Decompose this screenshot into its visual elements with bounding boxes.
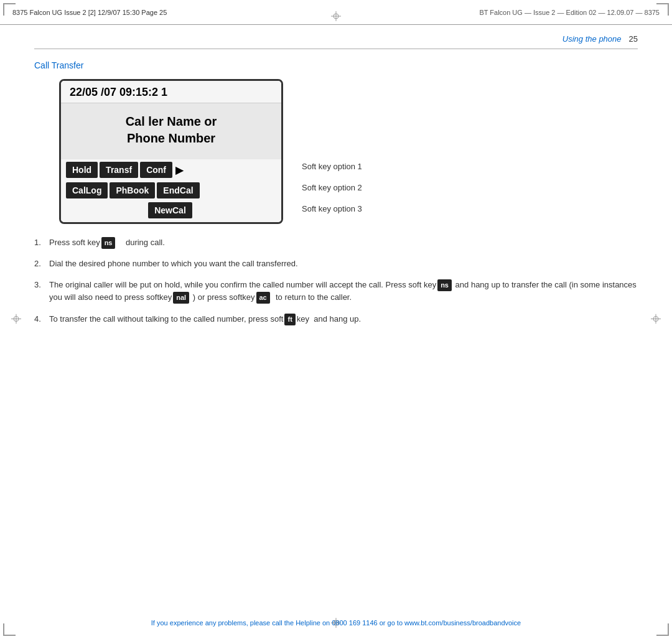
softkey-hold[interactable]: Hold	[66, 162, 98, 178]
instruction-item-4: 4. To transfer the call without talking …	[34, 313, 638, 325]
instruction-text-3: The original caller will be put on hold,…	[49, 279, 638, 304]
top-header: 8375 Falcon UG Issue 2 [2] 12/9/07 15:30…	[0, 0, 672, 25]
softkey-newcal[interactable]: NewCal	[148, 202, 192, 218]
instruction-number-4: 4.	[34, 313, 49, 325]
instruction-number-3: 3.	[34, 279, 49, 304]
corner-mark-bl	[3, 623, 16, 636]
corner-mark-br	[656, 623, 669, 636]
instruction-item-3: 3. The original caller will be put on ho…	[34, 279, 638, 304]
phone-screen-container: 22/05 /07 09:15:2 1 Cal ler Name or Phon…	[59, 79, 283, 224]
softkey-callog[interactable]: CalLog	[66, 182, 108, 198]
left-crosshair	[11, 314, 21, 325]
screen-caller-info: Cal ler Name or Phone Number	[61, 103, 281, 159]
page-header: Using the phone 25	[34, 34, 638, 49]
caller-name-line1: Cal ler Name or	[126, 114, 217, 129]
softkey-inline-ns-2: ns	[437, 279, 452, 291]
phone-display-area: 22/05 /07 09:15:2 1 Cal ler Name or Phon…	[59, 79, 638, 224]
page-title: Using the phone	[562, 34, 622, 44]
instruction-item-2: 2. Dial the desired phone number to whic…	[34, 258, 638, 270]
instruction-number-1: 1.	[34, 236, 49, 249]
softkey-conf[interactable]: Conf	[140, 162, 172, 178]
softkey-labels: Soft key option 1 Soft key option 2 Soft…	[302, 79, 362, 224]
page-footer: If you experience any problems, please c…	[34, 619, 638, 627]
instructions-list: 1. Press soft keyns during call. 2. Dial…	[34, 236, 638, 325]
instruction-text-1: Press soft keyns during call.	[49, 236, 638, 249]
screen-top-bar: 22/05 /07 09:15:2 1	[61, 81, 281, 103]
softkey-label-1: Soft key option 1	[302, 162, 362, 171]
softkey-inline-ft: ft	[284, 314, 295, 325]
instruction-text-4: To transfer the call without talking to …	[49, 313, 638, 325]
page-number: 25	[629, 34, 638, 44]
softkey-endcal[interactable]: EndCal	[157, 182, 199, 198]
softkeys-row-2: CalLog PhBook EndCal	[61, 180, 281, 200]
softkey-inline-ac: ac	[256, 292, 270, 304]
softkey-inline-nal: nal	[173, 292, 189, 304]
phone-screen: 22/05 /07 09:15:2 1 Cal ler Name or Phon…	[59, 79, 283, 224]
instruction-text-2: Dial the desired phone number to which y…	[49, 258, 638, 270]
softkey-phbook[interactable]: PhBook	[110, 182, 155, 198]
instruction-number-2: 2.	[34, 258, 49, 270]
footer-text: If you experience any problems, please c…	[151, 619, 521, 627]
page-content: Using the phone 25 Call Transfer 22/05 /…	[34, 34, 638, 605]
header-left-text: 8375 Falcon UG Issue 2 [2] 12/9/07 15:30…	[12, 9, 167, 16]
section-heading: Call Transfer	[34, 60, 638, 70]
instruction-item-1: 1. Press soft keyns during call.	[34, 236, 638, 249]
caller-name-line2: Phone Number	[127, 131, 215, 146]
softkey-inline-ns-1: ns	[101, 237, 116, 249]
softkey-label-3: Soft key option 3	[302, 204, 362, 213]
softkeys-row-3: NewCal	[61, 200, 281, 222]
header-center-text: BT Falcon UG — Issue 2 — Edition 02 — 12…	[479, 9, 660, 16]
softkey-label-2: Soft key option 2	[302, 183, 362, 192]
right-crosshair	[651, 314, 661, 325]
softkeys-row-1: Hold Transf Conf ▶	[61, 159, 281, 180]
scroll-right-arrow: ▶	[175, 164, 183, 176]
softkey-transf[interactable]: Transf	[100, 162, 138, 178]
